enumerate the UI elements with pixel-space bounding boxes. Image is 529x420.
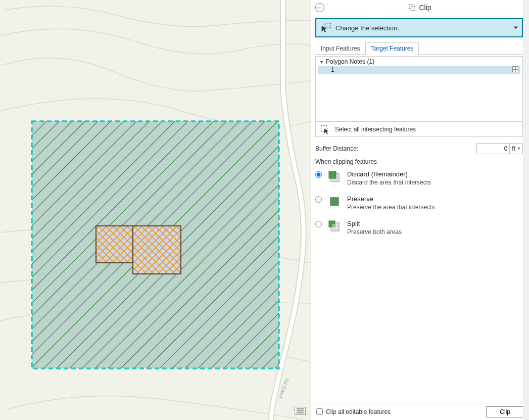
feature-tree[interactable]: ▾ Polygon Notes (1) 1 bbox=[315, 56, 523, 122]
input-polygon-2[interactable] bbox=[133, 226, 181, 274]
tree-parent-label: Polygon Notes (1) bbox=[326, 58, 374, 65]
tab-input-features[interactable]: Input Features bbox=[315, 42, 365, 55]
chevron-down-icon bbox=[514, 27, 518, 29]
change-selection-label: Change the selection. bbox=[335, 24, 399, 32]
option-desc: Preserve the area that intersects bbox=[347, 204, 435, 211]
map-view[interactable]: STATE RD bbox=[0, 0, 311, 420]
tab-target-features[interactable]: Target Features bbox=[365, 42, 419, 55]
buffer-unit-value: ft bbox=[512, 145, 515, 152]
clip-icon bbox=[409, 4, 416, 11]
option-title: Split bbox=[347, 220, 402, 227]
panel-scrollbar[interactable] bbox=[523, 0, 529, 420]
clip-button[interactable]: Clip bbox=[486, 406, 524, 417]
clip-all-editable-checkbox-wrapper[interactable]: Clip all editable features bbox=[316, 408, 391, 415]
svg-rect-21 bbox=[332, 224, 335, 227]
radio-discard[interactable] bbox=[315, 171, 322, 178]
tree-child-label: 1 bbox=[331, 66, 334, 73]
feature-tabs: Input Features Target Features bbox=[315, 42, 523, 55]
svg-rect-13 bbox=[325, 23, 330, 28]
clipping-section-label: When clipping features bbox=[315, 158, 523, 165]
panel-title: Clip bbox=[419, 4, 431, 12]
discard-icon bbox=[328, 170, 341, 183]
chevron-down-icon bbox=[517, 148, 520, 150]
buffer-unit-select[interactable]: ft bbox=[510, 143, 523, 154]
tree-row-polygon-notes[interactable]: ▾ Polygon Notes (1) bbox=[316, 58, 522, 66]
disclosure-triangle-icon: ▾ bbox=[319, 59, 324, 65]
option-split[interactable]: Split Preserve both areas bbox=[315, 220, 523, 236]
back-button[interactable]: ← bbox=[315, 3, 324, 12]
option-discard[interactable]: Discard (Remainder) Discard the area tha… bbox=[315, 170, 523, 186]
buffer-distance-label: Buffer Distance: bbox=[315, 145, 358, 152]
selection-arrow-icon bbox=[319, 21, 332, 34]
select-all-label: Select all intersecting features bbox=[335, 126, 416, 133]
map-attribution-button[interactable] bbox=[295, 407, 306, 415]
split-icon bbox=[328, 220, 341, 233]
select-intersecting-icon bbox=[320, 124, 330, 134]
svg-rect-17 bbox=[330, 198, 339, 206]
svg-rect-7 bbox=[96, 226, 133, 263]
preserve-icon bbox=[328, 195, 341, 208]
option-desc: Discard the area that intersects bbox=[347, 179, 431, 186]
select-all-intersecting-button[interactable]: Select all intersecting features bbox=[315, 122, 523, 137]
option-title: Preserve bbox=[347, 195, 435, 203]
option-desc: Preserve both areas bbox=[347, 228, 402, 236]
input-polygon-1[interactable] bbox=[96, 226, 133, 263]
svg-rect-9 bbox=[133, 226, 181, 274]
zoom-to-feature-icon[interactable] bbox=[512, 66, 518, 72]
buffer-distance-input[interactable] bbox=[476, 143, 510, 154]
option-preserve[interactable]: Preserve Preserve the area that intersec… bbox=[315, 195, 523, 211]
tree-row-item-1[interactable]: 1 bbox=[318, 66, 520, 74]
change-selection-dropdown[interactable]: Change the selection. bbox=[315, 18, 523, 37]
option-title: Discard (Remainder) bbox=[347, 170, 431, 178]
radio-preserve[interactable] bbox=[315, 196, 322, 203]
svg-rect-12 bbox=[411, 6, 415, 10]
clip-all-editable-checkbox[interactable] bbox=[316, 408, 323, 415]
clip-panel: ← Clip Change the selection. Input Featu… bbox=[311, 0, 529, 420]
svg-rect-16 bbox=[329, 171, 336, 178]
clip-all-editable-label: Clip all editable features bbox=[326, 408, 391, 415]
radio-split[interactable] bbox=[315, 221, 322, 227]
